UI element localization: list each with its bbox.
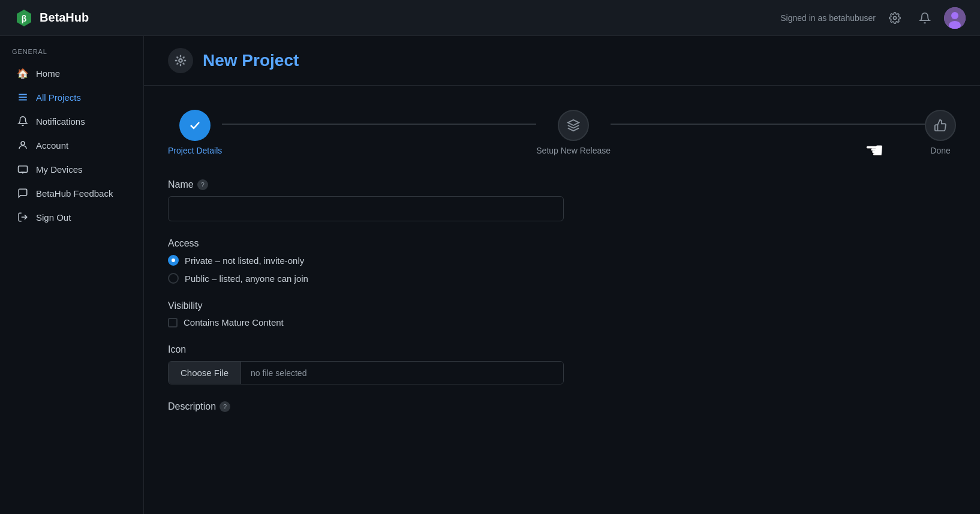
svg-text:β: β [22,14,27,23]
sidebar-item-betahub-feedback[interactable]: BetaHub Feedback [5,181,139,205]
sidebar-item-notifications-label: Notifications [36,116,85,127]
stepper: Project Details Setup New Release [168,110,956,155]
sidebar-item-account-label: Account [36,140,68,151]
sidebar-item-my-devices-label: My Devices [36,164,83,175]
icon-group: Icon Choose File no file selected [168,344,956,384]
bell-icon [919,12,931,24]
access-group: Access Private – not listed, invite-only… [168,238,956,284]
signed-in-label: Signed in as betahubuser [780,13,876,23]
step-done: Done [925,110,956,155]
step-3-circle [925,110,956,141]
sidebar-item-notifications[interactable]: Notifications [5,109,139,133]
page-title: New Project [203,51,299,70]
settings-button[interactable] [884,7,906,29]
description-group: Description ? [168,401,956,412]
projects-icon [17,91,29,103]
mature-content-option[interactable]: Contains Mature Content [168,317,956,327]
svg-point-2 [894,16,897,19]
page-header: New Project [144,36,980,86]
app-body: General 🏠 Home All Projects Notification… [0,36,980,514]
sidebar-item-sign-out-label: Sign Out [36,212,71,223]
access-private-radio[interactable] [168,255,179,266]
access-public-option[interactable]: Public – listed, anyone can join [168,273,956,284]
sidebar-item-home[interactable]: 🏠 Home [5,61,139,85]
gear-icon [889,12,901,24]
visibility-group: Visibility Contains Mature Content [168,300,956,327]
sidebar-item-sign-out[interactable]: Sign Out [5,205,139,229]
access-public-radio[interactable] [168,273,179,284]
access-label: Access [168,238,956,249]
sidebar-item-home-label: Home [36,68,60,79]
svg-point-14 [179,59,182,62]
home-icon: 🏠 [17,67,29,79]
sign-out-icon [17,211,29,223]
avatar-image [944,7,966,29]
svg-point-9 [21,142,25,145]
step-1-icon [188,118,202,133]
mature-content-checkbox[interactable] [168,318,178,327]
description-label: Description ? [168,401,956,412]
step-project-details: Project Details [168,110,222,155]
step-1-circle [179,110,211,141]
access-private-label: Private – not listed, invite-only [185,256,304,266]
step-connector-2 [611,124,925,125]
file-input-row: Choose File no file selected [168,361,564,384]
file-name-display: no file selected [241,362,563,384]
description-help-icon[interactable]: ? [220,401,230,412]
svg-point-4 [951,12,958,19]
betahub-logo: β [14,8,34,28]
avatar[interactable] [944,7,966,29]
svg-rect-10 [19,166,28,173]
step-2-label: Setup New Release [536,146,611,155]
mature-content-label: Contains Mature Content [184,317,284,327]
visibility-label: Visibility [168,300,956,311]
step-2-icon [567,119,580,132]
step-setup-release: Setup New Release [536,110,611,155]
access-public-label: Public – listed, anyone can join [185,273,308,284]
main-content: New Project Project Details [144,36,980,514]
sidebar-item-all-projects[interactable]: All Projects [5,85,139,109]
step-2-circle [558,110,589,141]
icon-label: Icon [168,344,956,355]
new-project-icon [168,48,193,73]
name-help-icon[interactable]: ? [197,179,208,190]
feedback-icon [17,187,29,199]
step-3-label: Done [930,146,950,155]
access-radio-group: Private – not listed, invite-only Public… [168,255,956,284]
sidebar-item-feedback-label: BetaHub Feedback [36,188,113,199]
brand-area: β BetaHub [14,8,89,28]
sidebar-item-account[interactable]: Account [5,133,139,157]
app-header: β BetaHub Signed in as betahubuser [0,0,980,36]
step-1-label: Project Details [168,146,222,155]
choose-file-button[interactable]: Choose File [169,362,241,384]
name-label: Name ? [168,179,956,190]
notifications-nav-icon [17,115,29,127]
step-connector-1 [222,124,536,125]
form-area: Project Details Setup New Release [144,86,980,453]
header-controls: Signed in as betahubuser [780,7,966,29]
devices-icon [17,163,29,175]
sidebar-item-all-projects-label: All Projects [36,92,81,103]
sidebar: General 🏠 Home All Projects Notification… [0,36,144,514]
name-group: Name ? [168,179,956,221]
sidebar-section-general: General [0,48,143,61]
notifications-button[interactable] [914,7,936,29]
step-3-icon [934,119,947,132]
name-input[interactable] [168,196,564,221]
sidebar-item-my-devices[interactable]: My Devices [5,157,139,181]
account-icon [17,139,29,151]
brand-name: BetaHub [40,11,89,25]
access-private-option[interactable]: Private – not listed, invite-only [168,255,956,266]
